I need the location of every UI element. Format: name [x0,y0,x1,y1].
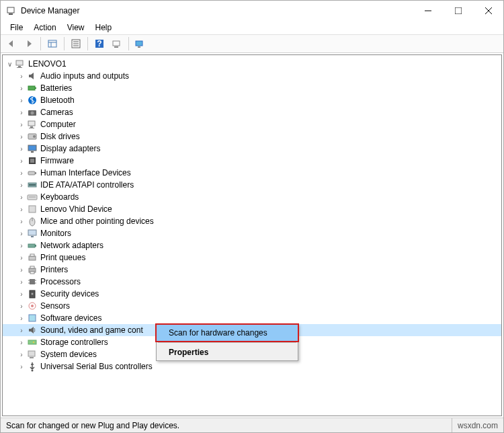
collapse-icon[interactable]: ∨ [5,60,13,68]
tree-root[interactable]: ∨LENOVO1 [3,58,501,70]
device-tree[interactable]: ∨LENOVO1›Audio inputs and outputs›Batter… [2,54,502,416]
expand-icon[interactable]: › [17,169,26,177]
expand-icon[interactable]: › [17,217,26,225]
svg-rect-6 [48,40,56,47]
sensor-icon [27,301,38,311]
expand-icon[interactable]: › [17,290,26,298]
tree-item[interactable]: ›Lenovo Vhid Device [3,203,501,215]
expand-icon[interactable]: › [17,72,26,80]
tree-item[interactable]: ›Software devices [3,312,501,324]
expand-icon[interactable]: › [17,302,26,310]
expand-icon[interactable]: › [17,84,26,92]
status-brand: wsxdn.com [452,418,503,432]
expand-icon[interactable]: › [17,278,26,286]
tree-item[interactable]: ›Printers [3,264,501,276]
expand-icon[interactable]: › [17,181,26,189]
computer-icon [27,119,38,130]
tree-item[interactable]: ›Network adapters [3,239,501,251]
properties-button[interactable] [68,36,84,52]
tree-item-label: Mice and other pointing devices [40,216,154,226]
svg-rect-22 [28,86,35,90]
show-hide-button[interactable] [44,36,60,52]
help-button[interactable]: ? [91,36,108,52]
svg-rect-1 [9,13,13,15]
tree-item[interactable]: ›Print queues [3,251,501,264]
tree-item[interactable]: ›Computer [3,118,501,130]
context-properties[interactable]: Properties [157,344,298,360]
minimize-button[interactable] [413,1,443,21]
menu-action[interactable]: Action [28,22,61,34]
scan-hardware-button[interactable] [109,36,125,52]
svg-rect-46 [31,236,34,237]
menu-view[interactable]: View [62,22,90,34]
tree-item-label: Processors [40,277,81,286]
menu-file[interactable]: File [5,22,28,34]
tree-item-label: Universal Serial Bus controllers [40,362,153,371]
tree-item[interactable]: ›Sensors [3,300,501,312]
hid-icon [27,167,38,178]
tree-item-label: Display adapters [40,144,100,153]
svg-rect-16 [114,46,118,48]
tree-item[interactable]: ›Security devices [3,288,501,300]
svg-rect-64 [28,340,36,344]
expand-icon[interactable]: › [17,314,26,322]
tree-item-label: Storage controllers [40,338,108,347]
tree-item[interactable]: ›Processors [3,276,501,288]
expand-icon[interactable]: › [17,157,26,165]
printer-icon [27,264,38,275]
svg-rect-48 [35,245,36,247]
tree-item[interactable]: ›Universal Serial Bus controllers [3,360,501,372]
menu-help[interactable]: Help [90,22,118,34]
expand-icon[interactable]: › [17,229,26,237]
context-scan-label: Scan for hardware changes [169,328,267,338]
tree-item[interactable]: ›Bluetooth [3,94,501,106]
battery-icon [27,83,38,93]
tree-item[interactable]: ›Display adapters [3,143,501,155]
svg-rect-50 [30,254,34,256]
expand-icon[interactable]: › [17,362,26,370]
expand-icon[interactable]: › [17,205,26,213]
expand-icon[interactable]: › [17,350,26,358]
context-properties-label: Properties [169,348,208,357]
svg-rect-52 [30,266,34,268]
svg-rect-23 [35,87,36,89]
tree-item[interactable]: ›Firmware [3,155,501,167]
expand-icon[interactable]: › [17,193,26,201]
menubar: File Action View Help [1,21,503,34]
tree-item[interactable]: ›Batteries [3,82,501,94]
expand-icon[interactable]: › [17,108,26,116]
expand-icon[interactable]: › [17,241,26,249]
close-button[interactable] [473,1,503,21]
tree-item[interactable]: ›Audio inputs and outputs [3,70,501,82]
svg-rect-35 [30,159,34,163]
tree-item-label: Lenovo Vhid Device [40,204,112,214]
expand-icon[interactable]: › [17,145,26,153]
expand-icon[interactable]: › [17,96,26,104]
expand-icon[interactable]: › [17,326,26,334]
svg-rect-53 [30,272,34,274]
svg-point-60 [32,293,34,295]
forward-button[interactable] [21,36,37,52]
tree-item[interactable]: ›Keyboards [3,191,501,203]
tree-item-label: Cameras [40,108,73,117]
expand-icon[interactable]: › [17,132,26,141]
devices-button[interactable] [132,36,149,52]
tree-item-label: Print queues [40,253,85,262]
tree-item[interactable]: ›IDE ATA/ATAPI controllers [3,179,501,191]
expand-icon[interactable]: › [17,120,26,128]
tree-item[interactable]: ›Cameras [3,106,501,118]
expand-icon[interactable]: › [17,266,26,274]
svg-rect-36 [28,171,35,175]
context-scan-hardware[interactable]: Scan for hardware changes [155,323,299,342]
expand-icon[interactable]: › [17,338,26,346]
expand-icon[interactable]: › [17,253,26,262]
svg-point-61 [31,305,34,307]
tree-item[interactable]: ›Human Interface Devices [3,167,501,179]
back-button[interactable] [3,36,19,52]
display-icon [27,143,38,154]
tree-item[interactable]: ›Mice and other pointing devices [3,215,501,227]
maximize-button[interactable] [443,1,473,21]
svg-rect-0 [7,7,14,13]
tree-item[interactable]: ›Disk drives [3,130,501,143]
tree-item[interactable]: ›Monitors [3,227,501,239]
